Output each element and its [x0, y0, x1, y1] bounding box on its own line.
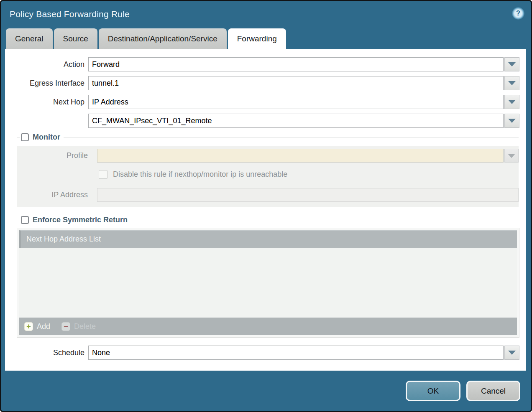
add-button[interactable]: + Add: [24, 322, 50, 331]
legend-line: [17, 220, 20, 220]
next-hop-address-list-toolbar: + Add − Delete: [19, 318, 517, 335]
schedule-combo: None: [88, 346, 519, 360]
monitor-ip-address-label: IP Address: [17, 188, 93, 202]
tab-general-label: General: [15, 34, 43, 43]
monitor-checkbox[interactable]: [21, 133, 29, 141]
delete-button-label: Delete: [74, 322, 96, 331]
policy-based-forwarding-dialog: Policy Based Forwarding Rule ? General S…: [0, 0, 532, 412]
symmetric-return-checkbox[interactable]: [21, 216, 29, 224]
ok-button[interactable]: OK: [406, 381, 460, 401]
symmetric-return-legend-label: Enforce Symmetric Return: [33, 216, 131, 224]
profile-label: Profile: [17, 149, 93, 163]
profile-select: [97, 149, 504, 163]
dialog-titlebar: Policy Based Forwarding Rule ?: [1, 1, 531, 28]
tab-general[interactable]: General: [6, 28, 53, 49]
dialog-footer: OK Cancel: [1, 371, 531, 401]
egress-interface-dropdown-button[interactable]: [504, 76, 519, 90]
chevron-down-icon: [508, 62, 516, 66]
tab-forwarding-label: Forwarding: [237, 34, 277, 43]
action-combo: Forward: [88, 57, 519, 71]
profile-dropdown-button: [504, 149, 519, 163]
monitor-ip-address-row: IP Address: [17, 188, 519, 202]
monitor-legend: Monitor: [17, 132, 519, 142]
forwarding-tab-panel: Action Forward Egress Interface tunnel.1…: [5, 49, 526, 371]
next-hop-select[interactable]: IP Address: [88, 95, 504, 109]
monitor-ip-address-input: [97, 188, 519, 202]
chevron-down-icon: [508, 119, 516, 123]
egress-interface-label: Egress Interface: [5, 76, 88, 90]
chevron-down-icon: [508, 351, 516, 355]
tab-destination-application-service[interactable]: Destination/Application/Service: [99, 28, 227, 49]
next-hop-combo: IP Address: [88, 95, 519, 109]
next-hop-label: Next Hop: [5, 95, 88, 109]
legend-line: [17, 137, 20, 137]
delete-button: − Delete: [61, 322, 96, 331]
tab-source[interactable]: Source: [54, 28, 97, 49]
tab-source-label: Source: [63, 34, 88, 43]
minus-icon: −: [61, 322, 70, 331]
next-hop-dropdown-button[interactable]: [504, 95, 519, 109]
chevron-down-icon: [508, 100, 516, 104]
egress-interface-combo: tunnel.1: [88, 76, 519, 90]
symmetric-return-legend: Enforce Symmetric Return: [17, 215, 519, 225]
help-icon[interactable]: ?: [512, 7, 524, 20]
next-hop-address-select[interactable]: CF_MWAN_IPsec_VTI_01_Remote: [88, 114, 504, 128]
next-hop-address-dropdown-button[interactable]: [504, 114, 519, 128]
disable-rule-row: Disable this rule if nexthop/monitor ip …: [17, 170, 519, 179]
action-row: Action Forward: [5, 57, 526, 71]
tab-forwarding[interactable]: Forwarding: [228, 28, 286, 49]
help-icon-glyph: ?: [516, 10, 520, 17]
schedule-select[interactable]: None: [88, 346, 504, 360]
legend-line: [131, 220, 519, 220]
plus-icon: +: [24, 322, 33, 331]
next-hop-row: Next Hop IP Address: [5, 95, 526, 109]
next-hop-address-list-body[interactable]: [19, 248, 517, 318]
legend-line: [64, 137, 519, 137]
chevron-down-icon: [508, 81, 516, 85]
next-hop-address-row: CF_MWAN_IPsec_VTI_01_Remote: [5, 114, 526, 128]
add-button-label: Add: [37, 322, 50, 331]
egress-interface-row: Egress Interface tunnel.1: [5, 76, 526, 90]
monitor-legend-label: Monitor: [33, 133, 64, 142]
schedule-dropdown-button[interactable]: [504, 346, 519, 360]
profile-row: Profile: [17, 149, 519, 163]
egress-interface-select[interactable]: tunnel.1: [88, 76, 504, 90]
tab-destination-application-service-label: Destination/Application/Service: [108, 34, 217, 43]
cancel-button[interactable]: Cancel: [466, 381, 520, 401]
next-hop-address-list: Next Hop Address List + Add − Delete: [17, 228, 519, 338]
action-label: Action: [5, 57, 88, 71]
schedule-label: Schedule: [5, 346, 88, 360]
action-dropdown-button[interactable]: [504, 57, 519, 71]
next-hop-address-list-header: Next Hop Address List: [19, 230, 517, 248]
next-hop-address-label-spacer: [5, 114, 88, 128]
next-hop-address-combo: CF_MWAN_IPsec_VTI_01_Remote: [88, 114, 519, 128]
action-select[interactable]: Forward: [88, 57, 504, 71]
schedule-row: Schedule None: [5, 346, 526, 360]
chevron-down-icon: [508, 154, 515, 158]
disable-rule-checkbox: [99, 170, 107, 179]
disable-rule-label: Disable this rule if nexthop/monitor ip …: [113, 170, 287, 179]
monitor-panel: Profile Disable this rule if nexthop/mon…: [17, 146, 519, 207]
dialog-title: Policy Based Forwarding Rule: [10, 9, 130, 19]
tab-bar: General Source Destination/Application/S…: [1, 28, 531, 49]
next-hop-address-list-header-label: Next Hop Address List: [26, 235, 101, 244]
